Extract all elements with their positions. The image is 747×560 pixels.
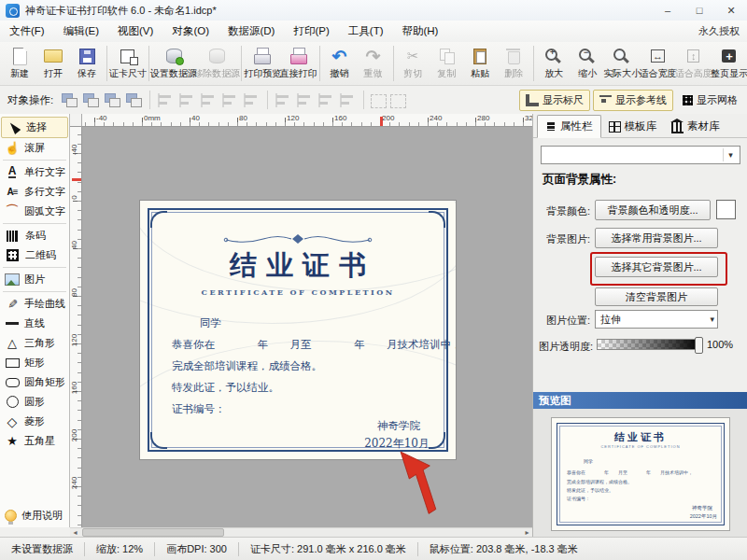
show-guides-toggle[interactable]: 显示参考线 xyxy=(593,90,673,111)
slider-handle[interactable] xyxy=(695,337,703,354)
bg-color-swatch[interactable] xyxy=(716,200,736,219)
scroll-right-icon[interactable]: ▸ xyxy=(522,528,532,537)
chevron-down-icon: ▾ xyxy=(723,148,738,161)
close-button[interactable]: ✕ xyxy=(715,0,747,21)
tool-select[interactable]: 选择 xyxy=(1,117,68,138)
tool-pan[interactable]: 滚屏 xyxy=(0,138,69,158)
tab-templates[interactable]: 模板库 xyxy=(601,116,665,137)
toolbar-separator xyxy=(533,46,534,81)
rounded-rectangle-icon xyxy=(5,375,20,390)
zoom-in-button[interactable]: +放大 xyxy=(537,46,571,81)
tool-rectangle[interactable]: 矩形 xyxy=(0,353,69,372)
bring-to-front-icon[interactable] xyxy=(61,91,78,109)
bg-color-button[interactable]: 背景颜色和透明度... xyxy=(595,200,711,220)
open-button[interactable]: 打开 xyxy=(36,46,70,81)
triangle-icon xyxy=(5,336,20,351)
minimize-button[interactable]: – xyxy=(652,0,684,21)
clear-bg-button[interactable]: 清空背景图片 xyxy=(595,287,718,306)
tool-straight-line[interactable]: 直线 xyxy=(0,314,69,333)
ruler-label: 160 xyxy=(334,114,346,122)
maximize-button[interactable]: □ xyxy=(684,0,715,21)
tool-diamond[interactable]: 菱形 xyxy=(0,412,69,431)
tool-triangle[interactable]: 三角形 xyxy=(0,333,69,353)
ruler-label: 0mm xyxy=(144,114,161,122)
tool-arc-text[interactable]: 圆弧文字 xyxy=(0,202,69,221)
print-preview-button[interactable]: 打印预览 xyxy=(245,46,280,81)
tool-image[interactable]: 图片 xyxy=(0,270,69,289)
choose-common-bg-button[interactable]: 选择常用背景图片... xyxy=(595,228,718,248)
scroll-left-icon[interactable]: ◂ xyxy=(70,528,80,537)
new-button[interactable]: 新建 xyxy=(3,46,36,81)
preview-certificate-subtitle: CERTIFICATE OF COMPLETION xyxy=(552,444,729,449)
status-datasource-status: 未设置数据源 xyxy=(0,542,84,556)
paste-icon xyxy=(469,47,491,65)
help-button[interactable]: 使用说明 xyxy=(0,504,74,526)
menu-file[interactable]: 文件(F) xyxy=(0,24,54,38)
fit-width-button[interactable]: 适合宽度 xyxy=(640,46,675,81)
tool-rounded-rectangle[interactable]: 圆角矩形 xyxy=(0,372,69,392)
direct-print-icon xyxy=(288,47,310,65)
status-mouse-position: 鼠标位置: 203.8 毫米, -18.3 毫米 xyxy=(418,542,589,556)
tool-freehand-curve[interactable]: 手绘曲线 xyxy=(0,294,69,314)
horizontal-ruler[interactable]: -400mm4080120160200240280320 xyxy=(82,114,532,127)
equal-height-icon xyxy=(339,91,357,109)
diamond-icon xyxy=(5,414,20,429)
paste-button[interactable]: 粘贴 xyxy=(463,46,497,81)
object-selector-dropdown[interactable]: ▾ xyxy=(541,146,740,164)
certificate-page[interactable]: 结业证书 CERTIFICATE OF COMPLETION 同学 恭喜你在 年… xyxy=(140,201,456,459)
barcode-icon xyxy=(7,231,19,242)
menu-print[interactable]: 打印(P) xyxy=(284,24,338,38)
align-top-icon xyxy=(275,91,292,109)
undo-button[interactable]: 撤销 xyxy=(323,46,357,81)
card-size-icon xyxy=(117,47,139,65)
set-datasource-button[interactable]: 设置数据源 xyxy=(152,46,195,81)
zoom-out-button[interactable]: −缩小 xyxy=(571,46,604,81)
ungroup-icon xyxy=(390,94,406,108)
ruler-label: -40 xyxy=(70,141,78,160)
tool-qrcode[interactable]: 二维码 xyxy=(0,245,69,265)
save-button[interactable]: 保存 xyxy=(70,46,104,81)
save-icon xyxy=(76,47,98,65)
show-ruler-toggle[interactable]: 显示标尺 xyxy=(519,90,590,111)
tool-multi-line-text[interactable]: 多行文字 xyxy=(0,182,69,202)
certificate-body-line: 特发此证，予以结业。 xyxy=(172,381,279,395)
tab-properties[interactable]: 属性栏 xyxy=(537,115,601,138)
move-layer-up-icon[interactable] xyxy=(82,91,100,109)
fit-height-icon xyxy=(683,47,705,65)
ruler-label: 40 xyxy=(191,114,200,122)
toolbar-separator xyxy=(149,91,150,109)
menu-tools[interactable]: 工具(T) xyxy=(339,24,393,38)
tab-materials[interactable]: 素材库 xyxy=(664,116,727,137)
align-left-icon xyxy=(157,91,175,109)
tool-barcode[interactable]: 条码 xyxy=(0,226,69,245)
direct-print-button[interactable]: 直接打印 xyxy=(280,46,316,81)
tool-single-line-text[interactable]: 单行文字 xyxy=(0,162,69,182)
scrollbar-thumb[interactable] xyxy=(82,528,224,537)
menu-view[interactable]: 视图(V) xyxy=(108,24,162,38)
horizontal-scrollbar[interactable]: ◂ ▸ xyxy=(70,527,532,537)
whole-page-button[interactable]: 整页显示 xyxy=(712,46,747,81)
card-size-button[interactable]: 证卡尺寸 xyxy=(110,46,146,81)
image-opacity-slider[interactable] xyxy=(597,339,701,350)
properties-icon xyxy=(545,121,557,132)
tool-star[interactable]: 五角星 xyxy=(0,431,69,451)
show-grid-toggle[interactable]: 显示网格 xyxy=(676,90,744,111)
menu-object[interactable]: 对象(O) xyxy=(162,24,218,38)
vertical-ruler[interactable]: -4004080120160200240 xyxy=(70,127,82,527)
whole-page-icon xyxy=(718,47,740,65)
actual-size-button[interactable]: 实际大小 xyxy=(604,46,640,81)
equal-width-icon xyxy=(221,91,239,109)
delete-button: 删除 xyxy=(497,46,530,81)
menu-help[interactable]: 帮助(H) xyxy=(392,24,447,38)
ruler-label: 160 xyxy=(70,379,78,398)
send-to-back-icon[interactable] xyxy=(125,91,143,109)
preview-area: 结业证书 CERTIFICATE OF COMPLETION 同学 恭喜你在 年… xyxy=(533,409,747,537)
menu-edit[interactable]: 编辑(E) xyxy=(54,24,108,38)
move-layer-down-icon[interactable] xyxy=(104,91,121,109)
show-ruler-icon xyxy=(526,94,539,106)
menu-datasource[interactable]: 数据源(D) xyxy=(218,24,284,38)
certificate-number-label: 证书编号： xyxy=(172,402,226,416)
image-position-select[interactable]: 拉伸 ▾ xyxy=(595,310,718,329)
tool-circle[interactable]: 圆形 xyxy=(0,392,69,412)
templates-icon xyxy=(609,121,621,133)
